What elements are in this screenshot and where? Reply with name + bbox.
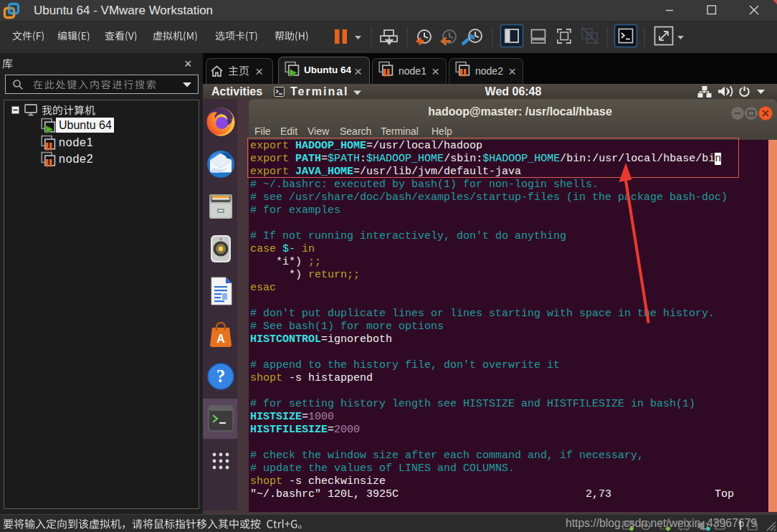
svg-text:?: ?	[216, 366, 226, 386]
svg-text:A: A	[216, 333, 225, 345]
